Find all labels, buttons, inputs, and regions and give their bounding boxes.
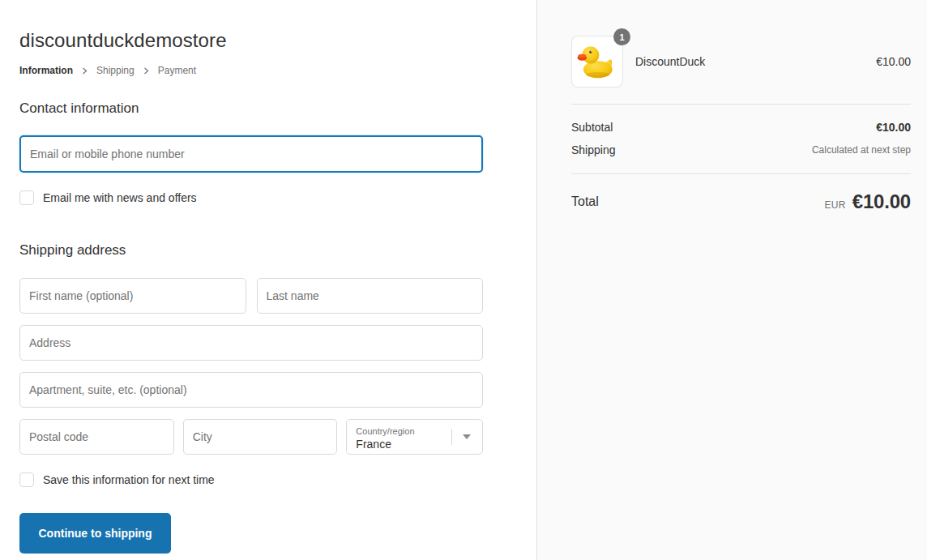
product-price: €10.00 <box>876 55 911 68</box>
country-region-label: Country/region <box>356 426 451 438</box>
shipping-row: Shipping Calculated at next step <box>571 143 911 156</box>
subtotal-label: Subtotal <box>571 121 613 134</box>
last-name-input[interactable] <box>257 278 484 314</box>
breadcrumb-payment[interactable]: Payment <box>158 65 196 76</box>
breadcrumb-shipping[interactable]: Shipping <box>96 65 135 76</box>
checkout-main: discountduckdemostore Information Shippi… <box>0 0 537 560</box>
total-label: Total <box>571 195 599 209</box>
cart-line-item: 1 DiscountDuck €10.00 <box>571 36 911 88</box>
save-info-checkbox[interactable] <box>19 472 34 487</box>
total-row: Total EUR €10.00 <box>571 190 911 213</box>
rubber-duck-image <box>576 41 618 83</box>
breadcrumb-information: Information <box>19 65 73 76</box>
subtotal-value: €10.00 <box>876 121 911 134</box>
city-input[interactable] <box>183 419 338 455</box>
breadcrumb-separator-icon <box>143 67 150 75</box>
chevron-down-icon <box>451 420 482 454</box>
newsletter-optin-row: Email me with news and offers <box>19 190 483 205</box>
first-name-input[interactable] <box>19 278 246 314</box>
postal-code-input[interactable] <box>19 419 174 455</box>
shipping-value: Calculated at next step <box>812 144 911 156</box>
product-thumbnail <box>571 36 623 88</box>
summary-divider <box>571 104 911 105</box>
country-region-value: France <box>356 438 451 452</box>
total-currency: EUR <box>825 199 846 211</box>
total-value: €10.00 <box>852 190 911 213</box>
shipping-label: Shipping <box>571 143 616 156</box>
address-input[interactable] <box>19 325 483 361</box>
country-region-select[interactable]: Country/region France <box>346 419 483 455</box>
shipping-address-heading: Shipping address <box>19 242 483 259</box>
continue-to-shipping-button[interactable]: Continue to shipping <box>19 513 171 554</box>
subtotal-row: Subtotal €10.00 <box>571 121 911 134</box>
save-info-label[interactable]: Save this information for next time <box>43 473 215 486</box>
store-name[interactable]: discountduckdemostore <box>19 29 483 52</box>
newsletter-label[interactable]: Email me with news and offers <box>43 191 197 204</box>
newsletter-checkbox[interactable] <box>19 190 34 205</box>
save-info-row: Save this information for next time <box>19 472 483 487</box>
breadcrumb-separator-icon <box>81 67 88 75</box>
order-summary-sidebar: 1 DiscountDuck €10.00 Subtotal €10.00 Sh… <box>537 0 927 560</box>
contact-information-heading: Contact information <box>19 100 483 117</box>
total-divider <box>571 173 911 174</box>
product-name: DiscountDuck <box>635 55 876 68</box>
quantity-badge: 1 <box>613 28 630 45</box>
breadcrumb: Information Shipping Payment <box>19 65 483 76</box>
email-input[interactable] <box>19 135 483 173</box>
apartment-input[interactable] <box>19 372 483 408</box>
